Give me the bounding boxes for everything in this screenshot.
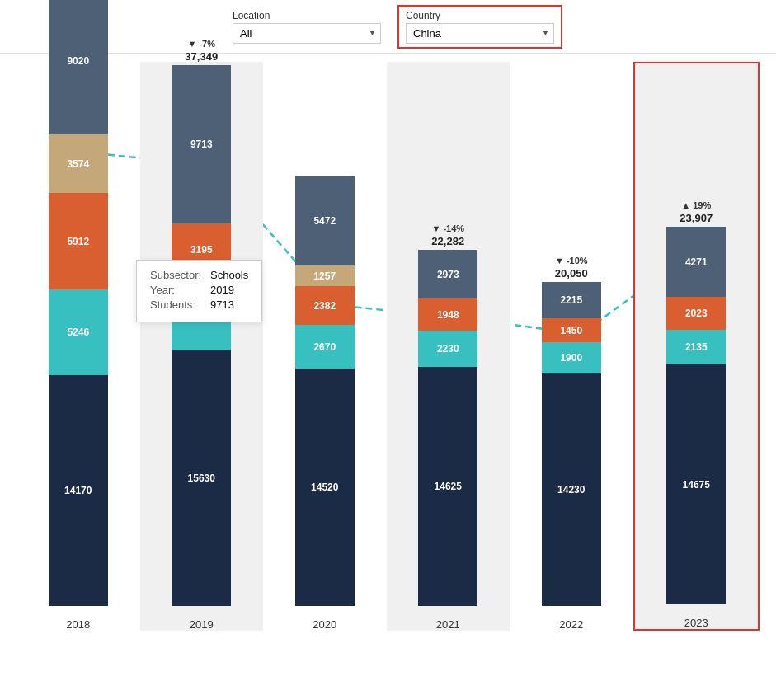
bar-2023: 42712023213514675 xyxy=(666,227,726,604)
bar-total-2023: 23,907 xyxy=(680,212,713,224)
year-label-2018: 2018 xyxy=(66,618,90,631)
tooltip-students-value: 9713 xyxy=(210,298,234,311)
bar-2018: 902035745912524614170 xyxy=(49,0,108,606)
tooltip: Subsector: Schools Year: 2019 Students: … xyxy=(136,260,262,322)
segment-slate: 9713 xyxy=(172,65,231,223)
tooltip-students-label: Students: xyxy=(150,298,204,311)
chart-area: Subsector: Schools Year: 2019 Students: … xyxy=(0,54,776,700)
bar-group-2018: 37,4899020357459125246141702018 xyxy=(16,62,140,631)
location-select[interactable]: All North South East West xyxy=(233,23,381,44)
country-label: Country xyxy=(406,10,554,21)
bar-group-2021: ▼ -14%22,282297319482230146252021 xyxy=(387,62,510,631)
bar-2019: 97133195461515630 xyxy=(172,65,231,606)
segment-orange: 5912 xyxy=(49,193,108,289)
bar-change-2022: ▼ -10% xyxy=(555,256,588,265)
segment-dark-navy: 14675 xyxy=(666,364,726,604)
segment-teal: 1900 xyxy=(542,342,601,373)
segment-slate: 4271 xyxy=(666,227,726,297)
tooltip-year-label: Year: xyxy=(150,284,204,296)
location-filter-group: Location All North South East West xyxy=(233,10,381,44)
bar-2020: 547212572382267014520 xyxy=(295,176,355,606)
segment-orange: 2023 xyxy=(666,297,726,330)
top-bar: Location All North South East West Count… xyxy=(0,0,776,54)
segment-dark-navy: 14230 xyxy=(542,373,601,606)
bar-change-2019: ▼ -7% xyxy=(187,39,215,49)
segment-dark-navy: 15630 xyxy=(172,350,231,606)
country-filter-group: Country China USA UK India Germany xyxy=(397,5,562,49)
segment-tan: 1257 xyxy=(295,265,355,286)
segment-slate: 2973 xyxy=(418,250,477,298)
segment-dark-navy: 14170 xyxy=(49,375,108,606)
segment-orange: 1948 xyxy=(418,298,477,331)
bar-2021: 29731948223014625 xyxy=(418,250,477,606)
segment-orange: 1450 xyxy=(542,318,601,342)
bar-total-2019: 37,349 xyxy=(185,50,218,63)
country-select[interactable]: China USA UK India Germany xyxy=(406,23,554,44)
segment-tan: 3574 xyxy=(49,134,108,193)
segment-teal: 5246 xyxy=(49,289,108,375)
segment-dark-navy: 14625 xyxy=(418,367,477,606)
segment-teal: 2135 xyxy=(666,330,726,364)
bar-change-2023: ▲ 19% xyxy=(681,200,711,210)
segment-orange: 2382 xyxy=(295,286,355,325)
bar-change-2021: ▼ -14% xyxy=(431,223,464,233)
bar-group-2022: ▼ -10%20,050221514501900142302022 xyxy=(510,62,633,631)
segment-dark-navy: 14520 xyxy=(295,369,355,606)
year-label-2019: 2019 xyxy=(190,618,214,631)
bar-group-2023: ▲ 19%23,907427120232135146752023 xyxy=(633,62,760,631)
tooltip-year-value: 2019 xyxy=(210,284,234,296)
segment-slate: 9020 xyxy=(49,0,108,134)
tooltip-subsector-value: Schools xyxy=(210,269,248,281)
year-label-2021: 2021 xyxy=(436,618,460,631)
segment-slate: 5472 xyxy=(295,176,355,265)
year-label-2022: 2022 xyxy=(559,618,583,631)
tooltip-subsector-label: Subsector: xyxy=(150,269,204,281)
segment-teal: 2230 xyxy=(418,331,477,367)
bar-2022: 22151450190014230 xyxy=(542,282,601,606)
segment-slate: 2215 xyxy=(542,282,601,318)
segment-teal: 2670 xyxy=(295,325,355,369)
bar-group-2019: ▼ -7%37,349971331954615156302019 xyxy=(140,62,264,631)
bars-container: 37,4899020357459125246141702018▼ -7%37,3… xyxy=(16,62,760,655)
bar-total-2022: 20,050 xyxy=(555,267,588,280)
bar-group-2020: 5472125723822670145202020 xyxy=(263,62,387,631)
location-label: Location xyxy=(233,10,381,21)
year-label-2023: 2023 xyxy=(684,617,708,629)
year-label-2020: 2020 xyxy=(313,618,336,631)
bar-total-2021: 22,282 xyxy=(431,235,464,247)
